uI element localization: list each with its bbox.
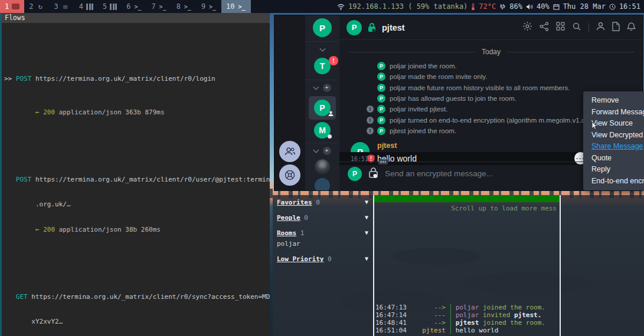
- flow-selection-marker: >>: [4, 75, 16, 83]
- collapse-arrow-icon[interactable]: ▼: [365, 229, 368, 236]
- workspace-button[interactable]: 9: [197, 0, 221, 13]
- event-avatar: P: [377, 116, 385, 124]
- workspace-button[interactable]: 3: [49, 0, 74, 13]
- collapse-arrow-icon[interactable]: ▼: [365, 214, 368, 220]
- flow-url-continuation: .org.uk/…: [4, 200, 270, 209]
- room-event[interactable]: ! P poljar made the room invite only.: [339, 71, 643, 82]
- workspace-number: 2: [29, 2, 33, 11]
- prefix-separator: │: [449, 327, 453, 334]
- info-warning-icon: !: [367, 127, 374, 134]
- room-event[interactable]: ! P poljar joined the room.: [339, 61, 643, 71]
- context-menu-item[interactable]: Remove: [583, 95, 644, 107]
- flow-response: ← 200 application/json 363b 879ms: [4, 108, 270, 117]
- notifications-bell-icon[interactable]: [627, 22, 636, 34]
- workspace-icon: [208, 3, 217, 11]
- buffer-group-label[interactable]: Low Priority: [277, 255, 323, 263]
- workspace-number: 3: [54, 2, 58, 11]
- buffer-group-count: 0: [304, 214, 308, 222]
- flow-time: 879ms: [145, 108, 164, 116]
- workspace-button[interactable]: 7: [146, 0, 171, 13]
- member-icon[interactable]: [596, 22, 605, 33]
- settings-gear-icon[interactable]: [522, 21, 532, 34]
- buffer-group-label[interactable]: Favorites: [277, 199, 312, 206]
- add-room-button[interactable]: +: [323, 84, 331, 92]
- invite-room[interactable]: T !: [314, 58, 331, 74]
- add-room-button[interactable]: +: [323, 147, 331, 155]
- second-room[interactable]: M: [314, 122, 331, 139]
- network-status: 192.168.1.133 ( 59% tatanka): [348, 2, 468, 11]
- workspace-button[interactable]: 6: [122, 0, 146, 13]
- flow-size: 38b: [125, 226, 137, 233]
- resize-handle[interactable]: [378, 159, 388, 164]
- workspace-button[interactable]: 2: [24, 0, 49, 13]
- people-button[interactable]: [279, 141, 300, 162]
- flow-url-continuation: xY2xvY2…: [4, 318, 270, 326]
- event-avatar: P: [377, 94, 385, 103]
- workspace-button[interactable]: 10: [221, 0, 250, 13]
- context-menu-item[interactable]: Forward Message: [583, 107, 644, 118]
- workspace-button[interactable]: 8: [172, 0, 197, 13]
- unread-dot: [328, 134, 332, 139]
- event-text: poljar turned on end-to-end encryption (…: [390, 117, 613, 124]
- context-menu-item[interactable]: Share Message: [583, 141, 644, 153]
- buffer-group-label[interactable]: Rooms: [277, 229, 296, 237]
- prefix-separator: │: [449, 304, 453, 311]
- flow-size: 363b: [125, 108, 141, 116]
- context-menu-item[interactable]: Reply: [583, 164, 644, 176]
- workspace-number: 9: [201, 2, 205, 11]
- collapse-arrow-icon[interactable]: ▼: [365, 199, 368, 205]
- buffer-group[interactable]: Rooms1▼ poljar: [277, 229, 370, 248]
- workspace-button[interactable]: 1: [0, 0, 24, 13]
- buffer-item[interactable]: poljar: [277, 240, 370, 248]
- mouse-cursor: [591, 121, 597, 132]
- workspace-button[interactable]: 4: [74, 0, 98, 13]
- search-icon[interactable]: [572, 22, 581, 34]
- info-warning-icon: !: [367, 106, 374, 113]
- flow-row[interactable]: >>POST https://termina.org.uk/_matrix/cl…: [4, 58, 270, 134]
- chat-messages: 16:47:13 --> │ poljar joined the room. 1…: [374, 304, 560, 334]
- chevron-down-icon[interactable]: [313, 147, 319, 153]
- chevron-down-icon[interactable]: [313, 84, 319, 90]
- chat-segment: joined the room.: [479, 304, 545, 311]
- workspace-icon: [133, 3, 142, 11]
- buffer-group[interactable]: Favorites0▼: [277, 199, 370, 206]
- apps-grid-icon[interactable]: [556, 22, 565, 33]
- workspace-number: 10: [226, 2, 234, 11]
- room-avatar[interactable]: P: [346, 20, 362, 35]
- room-avatar-image[interactable]: [315, 178, 330, 190]
- file-icon[interactable]: [612, 22, 620, 34]
- explore-communities-button[interactable]: [279, 164, 300, 186]
- workspace-icon: [12, 4, 19, 9]
- collapse-arrow-icon[interactable]: ▼: [365, 255, 368, 262]
- selected-room[interactable]: P: [309, 96, 336, 120]
- flow-row[interactable]: POST https://termina.org.uk/_matrix/clie…: [4, 159, 270, 251]
- buffer-group[interactable]: Low Priority0▼: [277, 255, 370, 263]
- user-menu-avatar[interactable]: P: [313, 18, 332, 37]
- date: Thu 28 Mar: [563, 2, 606, 11]
- prefix-separator: │: [449, 311, 453, 319]
- status-bar: 1 2 3 4 5 6: [0, 0, 644, 13]
- clock-icon: [609, 4, 616, 10]
- buffer-group-label[interactable]: People: [277, 214, 300, 222]
- chat-prefix: pjtest: [407, 327, 449, 334]
- room-avatar-image[interactable]: [315, 159, 330, 174]
- context-menu-item[interactable]: End-to-end encryption information: [583, 176, 644, 187]
- flow-row[interactable]: GET https://termina.org.uk/_matrix/clien…: [4, 276, 270, 334]
- share-icon[interactable]: [540, 22, 549, 34]
- workspace-button[interactable]: 5: [98, 0, 122, 13]
- chat-prefix: -->: [407, 319, 449, 327]
- flow-method: GET: [16, 293, 28, 301]
- chevron-down-icon[interactable]: [319, 46, 325, 52]
- invite-room-avatar[interactable]: T: [314, 58, 331, 74]
- message-input[interactable]: Send an encrypted message...: [385, 169, 615, 178]
- nicklist-divider[interactable]: [560, 195, 561, 336]
- flow-url: https://termina.org.uk/_matrix/client/r0…: [35, 75, 215, 83]
- context-menu-item[interactable]: Quote: [583, 153, 644, 164]
- event-text: poljar invited pjtest.: [390, 106, 447, 113]
- prefix-separator: │: [449, 319, 453, 327]
- buffer-group[interactable]: People0▼: [277, 214, 370, 222]
- rooms-section: + P M: [305, 80, 339, 139]
- explore-communities-icon: [284, 169, 296, 181]
- chat-area: Scroll up to load more mess 16:47:13 -->…: [374, 195, 560, 336]
- chat-segment: joined the room.: [479, 319, 545, 327]
